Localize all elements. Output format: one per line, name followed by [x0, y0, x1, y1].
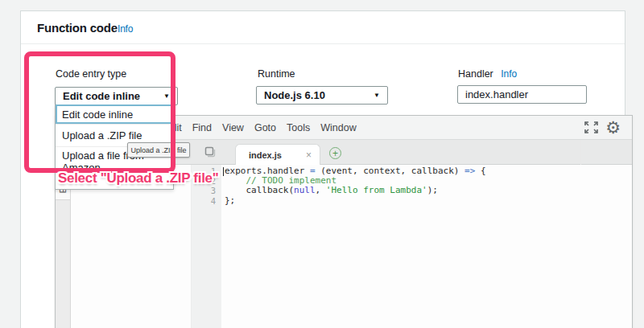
handler-input[interactable]: index.handler	[457, 85, 587, 104]
header-divider	[21, 43, 625, 44]
handler-label-text: Handler	[458, 68, 493, 80]
handler-label: Handler Info	[458, 68, 517, 80]
new-tab-button[interactable]: +	[329, 147, 341, 159]
runtime-select[interactable]: Node.js 6.10 ▼	[256, 86, 388, 105]
menu-view[interactable]: View	[222, 122, 244, 133]
tab-index-js[interactable]: index.js ×	[235, 144, 320, 165]
menu-window[interactable]: Window	[320, 122, 356, 133]
code-entry-type-select[interactable]: Edit code inline ▼	[55, 87, 178, 105]
fullscreen-icon[interactable]	[584, 121, 599, 134]
code-area[interactable]: exports.handler = (event, context, callb…	[221, 165, 632, 328]
plus-icon: +	[332, 149, 338, 158]
chevron-down-icon: ▼	[374, 92, 380, 99]
code-entry-type-value: Edit code inline	[63, 90, 140, 102]
tab-list-icon[interactable]	[204, 146, 216, 158]
option-edit-code-inline[interactable]: Edit code inline	[56, 105, 173, 124]
runtime-value: Node.js 6.10	[264, 89, 325, 101]
code-line-4: };	[225, 196, 486, 206]
line-number: 4	[192, 196, 221, 206]
code-lines: exports.handler = (event, context, callb…	[225, 166, 486, 206]
line-number: 1	[192, 166, 221, 176]
gear-icon[interactable]: ⚙	[605, 119, 621, 136]
chevron-down-icon: ▼	[163, 93, 170, 100]
page: Function code Info Code entry type Edit …	[0, 0, 644, 328]
handler-info-link[interactable]: Info	[501, 68, 517, 80]
menu-goto[interactable]: Goto	[254, 122, 276, 133]
menu-find[interactable]: Find	[192, 122, 212, 133]
function-code-panel: Function code Info Code entry type Edit …	[20, 10, 625, 328]
panel-title-text: Function code	[37, 21, 118, 35]
page-title: Function code Info	[37, 21, 118, 35]
close-icon[interactable]: ×	[306, 150, 312, 161]
line-number: 2	[192, 176, 221, 186]
runtime-label: Runtime	[258, 68, 295, 80]
panel-header: Function code Info	[21, 11, 625, 43]
editor-menubar-icons: ⚙	[584, 119, 621, 136]
line-number: 3	[192, 186, 221, 195]
code-entry-type-label: Code entry type	[56, 68, 126, 80]
code-line-3: callback(null, 'Hello from Lambda');	[225, 186, 486, 195]
tab-label: index.js	[249, 150, 282, 160]
panel-info-link[interactable]: Info	[118, 23, 150, 35]
upload-zip-tooltip: Upload a .ZIP file	[127, 142, 190, 158]
menu-tools[interactable]: Tools	[287, 122, 310, 133]
line-number-gutter: 1234	[192, 165, 221, 328]
text-cursor	[223, 167, 224, 176]
